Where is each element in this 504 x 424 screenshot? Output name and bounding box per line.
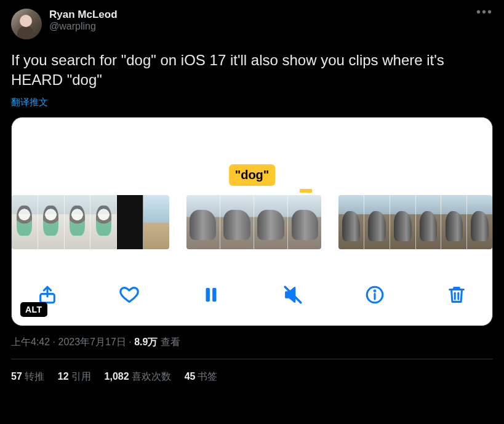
- likes-label: 喜欢次数: [132, 371, 171, 382]
- bookmarks-label: 书签: [198, 371, 217, 382]
- clip-group-2[interactable]: [186, 195, 322, 249]
- clip-frame: [441, 195, 467, 249]
- trash-icon[interactable]: [444, 282, 469, 307]
- tweet-stats: 57转推 12引用 1,082喜欢次数 45书签: [11, 359, 493, 383]
- views-count: 8.9万: [134, 337, 158, 347]
- svg-rect-2: [212, 287, 216, 302]
- clip-frame: [467, 195, 492, 249]
- likes-stat[interactable]: 1,082喜欢次数: [105, 370, 171, 383]
- quotes-stat[interactable]: 12引用: [58, 370, 91, 383]
- handle: @warpling: [49, 21, 118, 32]
- clip-frame: [38, 195, 65, 249]
- clip-frame: [338, 195, 364, 249]
- tweet-media[interactable]: "dog": [11, 117, 493, 326]
- tweet-meta: 上午4:42 · 2023年7月17日 · 8.9万 查看: [11, 336, 493, 349]
- alt-badge[interactable]: ALT: [20, 302, 47, 317]
- clip-frame: [65, 195, 91, 249]
- clip-group-1[interactable]: [12, 195, 169, 249]
- search-tag-marker: [300, 189, 312, 193]
- tweet-text: If you search for "dog" on iOS 17 it'll …: [11, 50, 493, 90]
- clip-frame: [143, 195, 169, 249]
- bookmarks-stat[interactable]: 45书签: [185, 370, 218, 383]
- svg-rect-1: [206, 287, 210, 302]
- author-names[interactable]: Ryan McLeod @warpling: [49, 9, 118, 32]
- search-tag: "dog": [229, 164, 276, 186]
- bookmarks-count: 45: [185, 371, 196, 382]
- quotes-count: 12: [58, 371, 69, 382]
- display-name: Ryan McLeod: [49, 9, 118, 21]
- retweets-stat[interactable]: 57转推: [11, 370, 44, 383]
- clip-frame: [364, 195, 390, 249]
- svg-point-6: [374, 290, 375, 292]
- retweets-label: 转推: [25, 371, 44, 382]
- clip-frame: [390, 195, 416, 249]
- clip-frame: [90, 195, 117, 249]
- meta-date[interactable]: 2023年7月17日: [58, 337, 126, 347]
- clip-frame: [186, 195, 220, 249]
- clip-frame: [117, 195, 143, 249]
- tweet-header: Ryan McLeod @warpling •••: [11, 9, 493, 39]
- translate-link[interactable]: 翻译推文: [11, 97, 48, 108]
- pause-icon[interactable]: [199, 282, 223, 307]
- more-options-icon[interactable]: •••: [476, 9, 493, 15]
- info-icon[interactable]: [362, 282, 387, 307]
- views-label: 查看: [158, 337, 180, 347]
- media-toolbar: [12, 276, 492, 313]
- clip-frame: [254, 195, 288, 249]
- video-timeline-strip: [12, 195, 492, 249]
- meta-sep: ·: [50, 337, 58, 347]
- likes-count: 1,082: [105, 371, 129, 382]
- avatar[interactable]: [11, 9, 42, 39]
- clip-group-3[interactable]: [338, 195, 492, 249]
- meta-time[interactable]: 上午4:42: [11, 337, 50, 347]
- tweet-container: Ryan McLeod @warpling ••• If you search …: [0, 0, 504, 383]
- clip-frame: [12, 195, 38, 249]
- media-inner: "dog": [12, 118, 492, 326]
- clip-frame: [416, 195, 442, 249]
- retweets-count: 57: [11, 371, 22, 382]
- meta-sep: ·: [126, 337, 134, 347]
- clip-frame: [220, 195, 254, 249]
- clip-frame: [288, 195, 321, 249]
- heart-icon[interactable]: [117, 282, 142, 307]
- quotes-label: 引用: [71, 371, 91, 382]
- mute-icon[interactable]: [281, 282, 305, 307]
